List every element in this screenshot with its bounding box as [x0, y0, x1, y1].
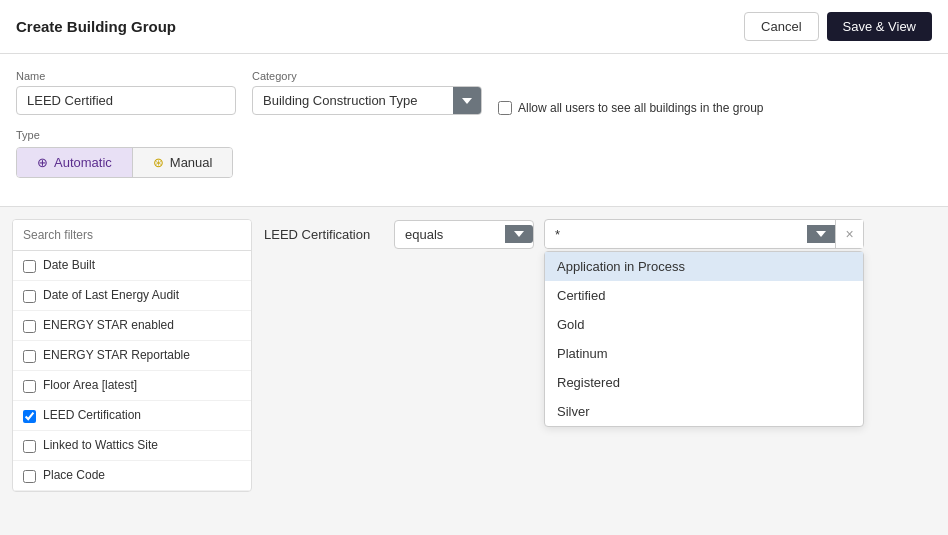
filter-item-label: Date Built [43, 258, 95, 272]
chevron-down-icon [462, 98, 472, 104]
filter-list-item: Date Built [13, 251, 251, 281]
value-dropdown-arrow[interactable] [807, 225, 835, 243]
filter-checkbox[interactable] [23, 350, 36, 363]
dropdown-item[interactable]: Gold [545, 310, 863, 339]
chevron-down-icon [514, 231, 524, 237]
page-title: Create Building Group [16, 18, 176, 35]
filter-list-item: Linked to Wattics Site [13, 431, 251, 461]
filter-checkbox[interactable] [23, 470, 36, 483]
filter-rules: LEED Certification equals [264, 219, 936, 523]
filter-item-label: ENERGY STAR enabled [43, 318, 174, 332]
name-input[interactable] [16, 86, 236, 115]
value-clear-button[interactable]: × [835, 220, 863, 248]
value-input[interactable] [545, 221, 807, 248]
value-input-wrapper: × Application in ProcessCertifiedGoldPla… [544, 219, 864, 249]
filter-checkbox[interactable] [23, 260, 36, 273]
dropdown-item[interactable]: Platinum [545, 339, 863, 368]
filter-checkbox[interactable] [23, 290, 36, 303]
form-row-top: Name Category Building Construction Type [16, 70, 932, 115]
category-select[interactable]: Building Construction Type [252, 86, 482, 115]
cancel-button[interactable]: Cancel [744, 12, 818, 41]
form-area: Name Category Building Construction Type [0, 54, 948, 206]
filter-item-label: Date of Last Energy Audit [43, 288, 179, 302]
sidebar: Date BuiltDate of Last Energy AuditENERG… [12, 219, 252, 492]
manual-tab[interactable]: ⊛ Manual [133, 148, 233, 177]
automatic-tab[interactable]: ⊕ Automatic [17, 148, 133, 177]
filter-list-item: Floor Area [latest] [13, 371, 251, 401]
save-view-button[interactable]: Save & View [827, 12, 932, 41]
value-input-row: × [544, 219, 864, 249]
filter-field-label: LEED Certification [264, 227, 384, 242]
filter-item-label: LEED Certification [43, 408, 141, 422]
category-label: Category [252, 70, 482, 82]
filter-list-item: ENERGY STAR Reportable [13, 341, 251, 371]
filter-checkbox[interactable] [23, 440, 36, 453]
operator-select[interactable]: equals [394, 220, 534, 249]
filter-list-item: ENERGY STAR enabled [13, 311, 251, 341]
filter-item-label: ENERGY STAR Reportable [43, 348, 190, 362]
filter-list-item: LEED Certification [13, 401, 251, 431]
filter-checkbox[interactable] [23, 320, 36, 333]
name-field-group: Name [16, 70, 236, 115]
manual-label: Manual [170, 155, 213, 170]
allow-all-label: Allow all users to see all buildings in … [518, 101, 763, 115]
filter-item-label: Place Code [43, 468, 105, 482]
filter-checkbox[interactable] [23, 380, 36, 393]
manual-icon: ⊛ [153, 155, 164, 170]
filter-item-label: Linked to Wattics Site [43, 438, 158, 452]
operator-dropdown-arrow[interactable] [505, 225, 533, 243]
dropdown-item[interactable]: Certified [545, 281, 863, 310]
filter-list: Date BuiltDate of Last Energy AuditENERG… [13, 251, 251, 491]
filter-checkbox[interactable] [23, 410, 36, 423]
automatic-label: Automatic [54, 155, 112, 170]
allow-all-checkbox-group: Allow all users to see all buildings in … [498, 101, 763, 115]
main-content: Date BuiltDate of Last Energy AuditENERG… [0, 206, 948, 535]
category-value: Building Construction Type [263, 93, 471, 108]
header-actions: Cancel Save & View [744, 12, 932, 41]
sidebar-wrapper: Date BuiltDate of Last Energy AuditENERG… [12, 219, 252, 523]
name-label: Name [16, 70, 236, 82]
type-label: Type [16, 129, 932, 141]
dropdown-item[interactable]: Application in Process [545, 252, 863, 281]
automatic-icon: ⊕ [37, 155, 48, 170]
header: Create Building Group Cancel Save & View [0, 0, 948, 54]
type-toggle: ⊕ Automatic ⊛ Manual [16, 147, 233, 178]
filter-list-item: Place Code [13, 461, 251, 491]
dropdown-item[interactable]: Registered [545, 368, 863, 397]
value-dropdown: Application in ProcessCertifiedGoldPlati… [544, 251, 864, 427]
page-container: Create Building Group Cancel Save & View… [0, 0, 948, 535]
operator-value: equals [395, 221, 505, 248]
chevron-down-icon [816, 231, 826, 237]
category-field-group: Category Building Construction Type [252, 70, 482, 115]
search-filters-input[interactable] [13, 220, 251, 251]
filter-item-label: Floor Area [latest] [43, 378, 137, 392]
category-dropdown-arrow[interactable] [453, 87, 481, 114]
dropdown-item[interactable]: Silver [545, 397, 863, 426]
type-row: Type ⊕ Automatic ⊛ Manual [16, 129, 932, 178]
allow-all-checkbox[interactable] [498, 101, 512, 115]
filter-list-item: Date of Last Energy Audit [13, 281, 251, 311]
filter-rule-row: LEED Certification equals [264, 219, 936, 249]
